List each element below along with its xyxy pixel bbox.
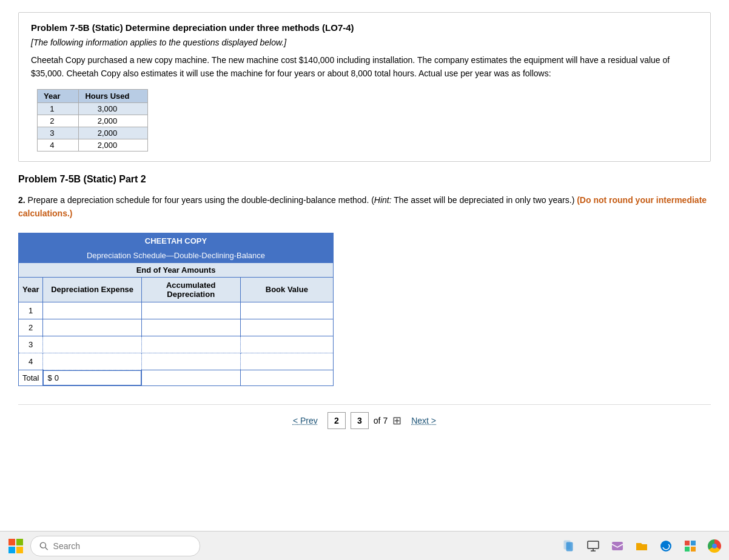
part2-instruction: 2. Prepare a depreciation schedule for f…	[18, 193, 711, 221]
schedule-header1: CHEETAH COPY	[19, 233, 334, 248]
pagination-bar: < Prev 2 3 of 7 ⊞ Next >	[18, 404, 711, 436]
hours-cell: 2,000	[79, 115, 148, 127]
svg-rect-3	[566, 542, 573, 551]
hours-year-cell: 4	[38, 139, 79, 151]
hint-text: Hint:	[374, 195, 392, 205]
row4-bv-input[interactable]	[244, 357, 329, 366]
search-box[interactable]	[30, 536, 200, 556]
table-row: 42,000	[38, 139, 148, 151]
prev-button[interactable]: < Prev	[288, 413, 323, 428]
folder-icon	[635, 539, 648, 553]
hours-cell: 3,000	[79, 102, 148, 115]
svg-rect-4	[588, 541, 599, 548]
row1-dep-expense[interactable]	[43, 302, 141, 319]
row4-dep-expense[interactable]	[43, 353, 141, 370]
row4-accum-input[interactable]	[146, 357, 237, 366]
problem-italic: [The following information applies to th…	[31, 38, 698, 47]
row4-year: 4	[19, 353, 43, 370]
message-icon	[611, 539, 624, 553]
table-row: 2	[19, 319, 334, 336]
taskbar-icons	[559, 536, 724, 556]
table-row: 1	[19, 302, 334, 319]
current-page: 2	[328, 412, 346, 429]
row2-dep-input[interactable]	[47, 323, 137, 332]
svg-rect-11	[685, 547, 690, 552]
row1-bv-input[interactable]	[244, 306, 329, 315]
hours-col-year: Year	[38, 89, 79, 102]
row4-dep-input[interactable]	[47, 357, 137, 366]
page-of: of 7	[374, 416, 388, 425]
row3-accum-input[interactable]	[146, 340, 237, 349]
total-amount: $	[43, 370, 141, 385]
part2-text2: The asset will be depreciated in only tw…	[392, 195, 577, 205]
taskbar-icon-message[interactable]	[608, 536, 627, 556]
total-bv-input[interactable]	[244, 373, 329, 382]
row3-dep-input[interactable]	[47, 340, 137, 349]
next-page-num: 3	[351, 412, 369, 429]
schedule-header2: Depreciation Schedule—Double-Declining-B…	[19, 248, 334, 263]
taskbar	[0, 531, 729, 560]
row2-bv-input[interactable]	[244, 323, 329, 332]
svg-rect-10	[691, 541, 696, 545]
svg-rect-12	[691, 547, 696, 552]
row3-dep-expense[interactable]	[43, 336, 141, 353]
total-row: Total $	[19, 370, 334, 385]
taskbar-icon-monitor[interactable]	[583, 536, 603, 556]
grid-icon[interactable]: ⊞	[392, 414, 401, 427]
search-input[interactable]	[53, 541, 191, 551]
part2-text1: Prepare a depreciation schedule for four…	[28, 195, 374, 205]
taskbar-icon-chrome[interactable]	[705, 536, 724, 556]
hours-cell: 2,000	[79, 127, 148, 139]
problem-title: Problem 7-5B (Static) Determine deprecia…	[31, 22, 698, 33]
row1-dep-input[interactable]	[47, 306, 137, 315]
svg-rect-7	[612, 542, 623, 550]
row1-accum-input[interactable]	[146, 306, 237, 315]
next-button[interactable]: Next >	[406, 413, 441, 428]
start-button[interactable]	[5, 535, 27, 557]
hours-year-cell: 3	[38, 127, 79, 139]
svg-point-0	[40, 542, 45, 548]
row1-year: 1	[19, 302, 43, 319]
taskbar-icon-colorful[interactable]	[680, 536, 700, 556]
taskbar-icon-files[interactable]	[559, 536, 579, 556]
part2-number: 2.	[18, 195, 25, 205]
row2-book-value[interactable]	[240, 319, 333, 336]
table-row: 4	[19, 353, 334, 370]
row1-accum-dep[interactable]	[141, 302, 240, 319]
schedule-header3: End of Year Amounts	[19, 262, 334, 277]
row1-book-value[interactable]	[240, 302, 333, 319]
taskbar-icon-edge[interactable]	[656, 536, 676, 556]
col-dep-expense-header: Depreciation Expense	[43, 277, 141, 302]
total-accum-input[interactable]	[146, 373, 237, 382]
row2-accum-input[interactable]	[146, 323, 237, 332]
row2-dep-expense[interactable]	[43, 319, 141, 336]
row2-accum-dep[interactable]	[141, 319, 240, 336]
hours-table: Year Hours Used 13,00022,00032,00042,000	[37, 89, 148, 152]
taskbar-icon-folder[interactable]	[632, 536, 651, 556]
row4-accum-dep[interactable]	[141, 353, 240, 370]
hours-year-cell: 2	[38, 115, 79, 127]
files-icon	[562, 539, 576, 553]
svg-line-1	[45, 547, 48, 550]
hours-cell: 2,000	[79, 139, 148, 151]
part2-title: Problem 7-5B (Static) Part 2	[18, 174, 711, 185]
total-label: Total	[19, 370, 43, 385]
total-accum[interactable]	[141, 370, 240, 385]
table-row: 13,000	[38, 102, 148, 115]
table-row: 22,000	[38, 115, 148, 127]
colorful-icon	[684, 539, 697, 553]
row3-accum-dep[interactable]	[141, 336, 240, 353]
search-icon	[39, 541, 49, 551]
windows-icon	[8, 539, 23, 553]
problem-text: Cheetah Copy purchased a new copy machin…	[31, 53, 698, 81]
row4-book-value[interactable]	[240, 353, 333, 370]
svg-rect-9	[685, 541, 690, 545]
schedule-table: CHEETAH COPY Depreciation Schedule—Doubl…	[18, 233, 334, 386]
total-bv[interactable]	[240, 370, 333, 385]
row3-book-value[interactable]	[240, 336, 333, 353]
row3-bv-input[interactable]	[244, 340, 329, 349]
total-input[interactable]	[55, 373, 91, 382]
schedule-container: CHEETAH COPY Depreciation Schedule—Doubl…	[18, 233, 334, 386]
table-row: 3	[19, 336, 334, 353]
row2-year: 2	[19, 319, 43, 336]
